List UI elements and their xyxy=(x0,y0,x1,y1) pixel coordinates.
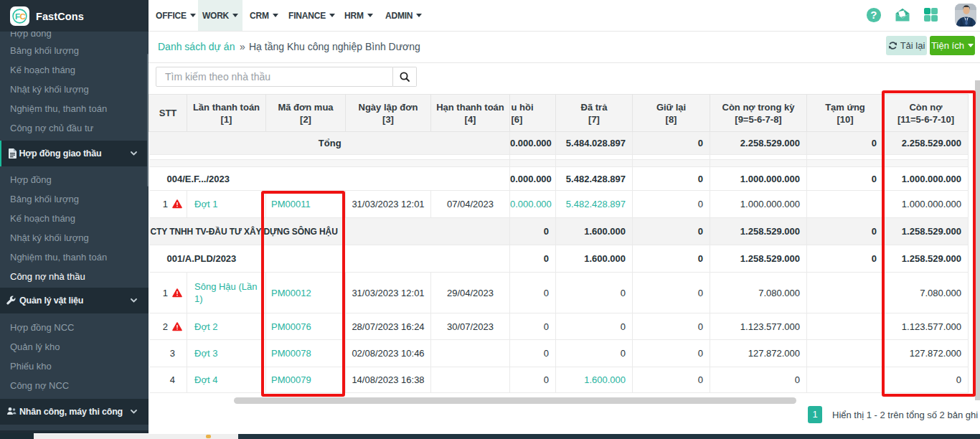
svg-text:C: C xyxy=(19,12,25,21)
